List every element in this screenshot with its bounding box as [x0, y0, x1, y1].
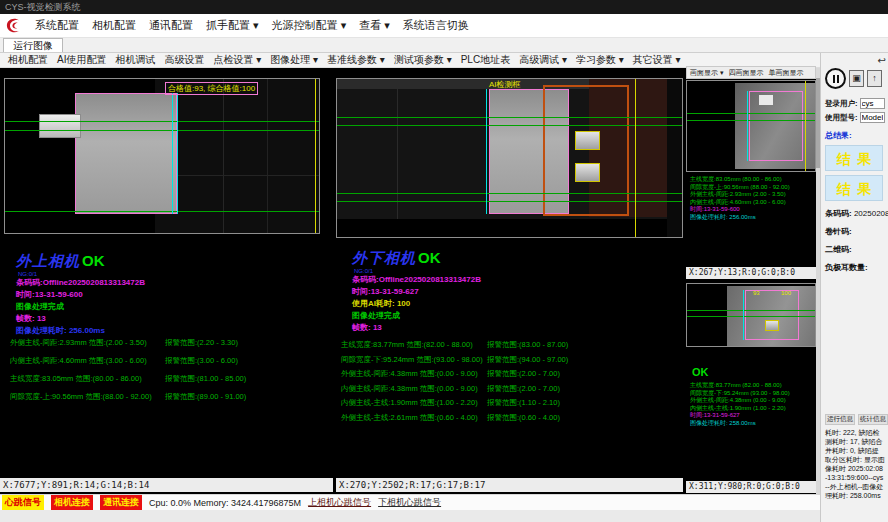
login-user-row: 登录用户: [825, 98, 885, 109]
measurement-value: 内侧主线-主线:1.90mm 范围:(1.00 - 2.20) [341, 398, 478, 407]
menu-item-camera-config[interactable]: 相机配置 [92, 18, 136, 33]
badge-button[interactable]: ▣ [849, 70, 864, 87]
cpu-memory-readout: Cpu: 0.0% Memory: 3424.41796875M [149, 498, 301, 508]
aux-line: 时间:13-31-59-600 [690, 206, 790, 214]
machinery-edge [223, 79, 224, 233]
alarm-range: 报警范围:(1.10 - 2.10) [487, 398, 560, 408]
aux-camera-1-text: 主线宽度:83.05mm (80.00 - 86.00) 间隙宽度-上:90.5… [690, 176, 790, 221]
model-row: 使用型号: [825, 112, 885, 123]
tab-run-image[interactable]: 运行图像 [3, 38, 63, 52]
alarm-range: 报警范围:(2.00 - 7.00) [487, 384, 560, 394]
baseline-overlay [687, 113, 815, 114]
pause-button[interactable] [825, 68, 846, 89]
measurement-value: 主线宽度:83.05mm 范围:(80.00 - 86.00) [10, 374, 142, 383]
baseline-overlay [687, 120, 815, 121]
time-line: 时间:13-31-59-627 [352, 286, 481, 298]
upper-camera-image[interactable]: 合格值:93, 综合格值:100 [4, 78, 320, 234]
baseline-overlay [687, 316, 815, 317]
return-button[interactable]: ↑ [867, 70, 882, 87]
upper-camera-pixel-readout: X:7677;Y:891;R:14;G:14;B:14 [0, 478, 333, 492]
toolbar-test-params[interactable]: 测试项参数 ▾ [394, 53, 452, 67]
app-logo-icon [5, 17, 22, 34]
baseline-overlay [687, 310, 815, 311]
menu-item-view[interactable]: 查看 ▾ [359, 18, 390, 33]
view-selector-quad[interactable]: 四画面显示 [728, 68, 763, 78]
toolbar-advanced-settings[interactable]: 高级设置 [164, 53, 204, 67]
aux-line: 外侧主线-间距:2.93mm (2.00 - 3.50) [690, 191, 790, 199]
menu-item-system-config[interactable]: 系统配置 [35, 18, 79, 33]
ai-detect-box-overlay [543, 85, 629, 216]
tab-run-info[interactable]: 运行信息 [825, 414, 855, 425]
defect-thumbnail [765, 320, 779, 331]
menu-item-language-switch[interactable]: 系统语言切换 [403, 18, 469, 33]
collapse-arrow-icon[interactable]: ↩ [878, 56, 886, 66]
total-result-label: 总结果: [825, 130, 885, 141]
window-title: CYS-视觉检测系统 [5, 2, 81, 12]
upper-camera-heartbeat-link[interactable]: 上相机心跳信号 [308, 496, 371, 509]
view-selector-dropdown[interactable]: 画面显示 ▾ [690, 68, 723, 78]
toolbar-other-settings[interactable]: 其它设置 ▾ [633, 53, 681, 67]
menu-item-gripper-config[interactable]: 抓手配置 ▾ [206, 18, 259, 33]
lower-camera-info: 条码码:Offline2025020813313472B 时间:13-31-59… [352, 274, 481, 334]
toolbar-advanced-debug[interactable]: 高级调试 ▾ [519, 53, 567, 67]
alarm-range: 报警范围:(2.20 - 3.30) [165, 338, 238, 348]
negative-tab-count-label: 负极耳数量: [825, 262, 885, 273]
toolbar-plc-address-table[interactable]: PLC地址表 [461, 53, 510, 67]
upper-camera-measurements: 外侧主线-间距:2.93mm 范围:(2.00 - 3.50) 报警范围:(2.… [10, 338, 316, 410]
measurement-value: 内侧主线-间距:4.38mm 范围:(0.00 - 9.00) [341, 384, 478, 393]
alarm-range: 报警范围:(0.60 - 4.00) [487, 413, 560, 423]
toolbar-spot-check[interactable]: 点检设置 ▾ [213, 53, 261, 67]
toolbar-ai-usage-config[interactable]: AI使用配置 [57, 53, 106, 67]
result-box-upper: 结果 [825, 145, 883, 171]
toolbar-learning-params[interactable]: 学习参数 ▾ [576, 53, 624, 67]
pause-icon [833, 75, 835, 83]
measurement-value: 主线宽度:83.77mm 范围:(82.00 - 88.00) [341, 340, 473, 349]
barcode-line: 条码码:Offline2025020813313472B [16, 277, 145, 289]
machinery-edge [267, 79, 268, 233]
aux-camera-image-1[interactable] [686, 80, 816, 172]
ai-time-line: 使用AI耗时: 100 [352, 298, 481, 310]
toolbar-image-processing[interactable]: 图像处理 ▾ [270, 53, 318, 67]
aux-camera-2-status: OK [692, 366, 709, 378]
measurement-value: 外侧主线-主线:2.61mm 范围:(0.60 - 4.00) [341, 413, 478, 422]
menu-item-comm-config[interactable]: 通讯配置 [149, 18, 193, 33]
aux-camera-image-2[interactable]: 93 100 [686, 283, 816, 347]
aux-line: 图像处理耗时: 258.00ms [690, 420, 790, 428]
pause-icon [837, 75, 839, 83]
tab-stat-info[interactable]: 统计信息 [858, 414, 888, 425]
tab-connector [39, 114, 81, 138]
result-box-lower: 结果 [825, 175, 883, 201]
toolbar-baseline-params[interactable]: 基准线参数 ▾ [327, 53, 385, 67]
measurement-value: 外侧主线-间距:4.38mm 范围:(0.00 - 9.00) [341, 369, 478, 378]
badge-icon: ▣ [852, 73, 861, 83]
edge-line-overlay [747, 91, 748, 161]
frame-count-line: 帧数: 13 [352, 322, 481, 334]
aux-line: 主线宽度:83.05mm (80.00 - 86.00) [690, 176, 790, 184]
comm-connection-badge: 通讯连接 [100, 495, 142, 510]
measurement-row: 主线宽度:83.05mm 范围:(80.00 - 86.00) 报警范围:(81… [10, 374, 316, 392]
frame-count-line: 帧数: 13 [16, 313, 145, 325]
alarm-range: 报警范围:(83.00 - 87.00) [487, 340, 568, 350]
machinery-background [155, 79, 319, 233]
lower-camera-heartbeat-link[interactable]: 下相机心跳信号 [378, 496, 441, 509]
camera-connection-badge: 相机连接 [51, 495, 93, 510]
measurement-row: 间隙宽度-下:95.24mm 范围:(93.00 - 98.00) 报警范围:(… [341, 355, 681, 370]
menu-item-light-config[interactable]: 光源控制配置 ▾ [272, 18, 347, 33]
application-window: CYS-视觉检测系统 系统配置 相机配置 通讯配置 抓手配置 ▾ 光源控制配置 … [0, 0, 888, 522]
status-bar: 心跳信号 相机连接 通讯连接 Cpu: 0.0% Memory: 3424.41… [0, 494, 820, 510]
aux-camera-1-pixel-readout: X:267;Y:13;R:0;G:0;B:0 [686, 267, 816, 279]
toolbar-camera-config[interactable]: 相机配置 [8, 53, 48, 67]
view-selector-single[interactable]: 单画面显示 [768, 68, 803, 78]
toolbar-camera-debug[interactable]: 相机调试 [115, 53, 155, 67]
upper-camera-info: 条码码:Offline2025020813313472B 时间:13-31-59… [16, 277, 145, 337]
barcode-value: 20250208 [854, 209, 888, 218]
lower-camera-image[interactable]: AI检测框 [336, 78, 683, 238]
aux-line: 内侧主线-间距:4.60mm (3.00 - 6.00) [690, 199, 790, 207]
aux-camera-2-text: 主线宽度:83.77mm (82.00 - 88.00) 间隙宽度-下:95.2… [690, 382, 790, 427]
model-input[interactable] [860, 112, 886, 123]
qr-code-label: 二维码: [825, 244, 885, 255]
alarm-range: 报警范围:(81.00 - 85.00) [165, 374, 246, 384]
login-user-input[interactable] [860, 98, 886, 109]
title-bar: CYS-视觉检测系统 [0, 0, 888, 14]
heartbeat-badge: 心跳信号 [2, 495, 44, 510]
